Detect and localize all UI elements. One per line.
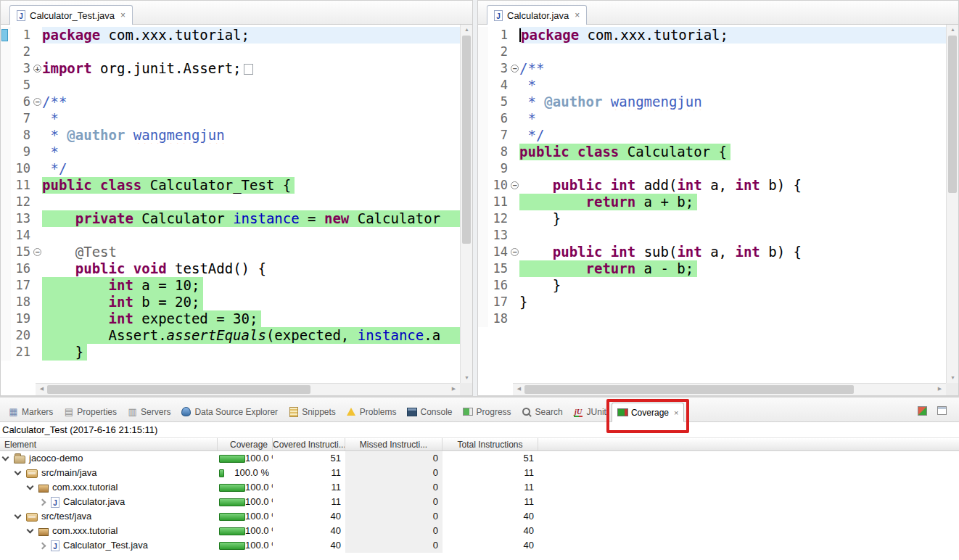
code-area[interactable]: 1package com.xxx.tutorial;23−/**4 * 5 * … xyxy=(478,27,946,383)
code-area[interactable]: 1package com.xxx.tutorial;23+import org.… xyxy=(1,27,460,383)
code-text[interactable]: */ xyxy=(42,160,460,177)
code-text[interactable]: /** xyxy=(519,60,946,77)
chevron-down-icon[interactable] xyxy=(15,511,22,519)
view-tab-junit[interactable]: JUnit xyxy=(568,402,612,421)
collapsed-code-icon[interactable] xyxy=(244,64,253,75)
fold-minus-icon[interactable]: − xyxy=(511,181,519,189)
horizontal-scrollbar[interactable] xyxy=(36,383,460,395)
chevron-right-icon[interactable] xyxy=(39,542,46,549)
chevron-right-icon[interactable] xyxy=(39,498,46,506)
column-header-c-cov[interactable]: Coverage xyxy=(218,438,273,450)
scroll-down-icon[interactable] xyxy=(461,373,473,383)
code-text[interactable]: import org.junit.Assert; xyxy=(42,60,460,77)
column-header-c-tt[interactable]: Total Instructions xyxy=(443,438,538,450)
code-text[interactable]: */ xyxy=(519,127,946,144)
fold-minus-icon[interactable]: − xyxy=(511,65,519,73)
view-tab-servers[interactable]: Servers xyxy=(122,402,176,421)
view-tab-markers[interactable]: Markers xyxy=(3,402,58,421)
code-text[interactable]: public int sub(int a, int b) { xyxy=(519,244,946,260)
scroll-left-icon[interactable] xyxy=(36,384,48,394)
code-text[interactable] xyxy=(519,44,946,60)
code-text[interactable]: private Calculator instance = new Calcul… xyxy=(42,210,460,227)
view-layout-icon[interactable] xyxy=(937,405,947,416)
fold-minus-icon[interactable]: − xyxy=(33,98,41,106)
code-text[interactable]: public void testAdd() { xyxy=(42,260,460,277)
close-icon[interactable]: × xyxy=(674,408,678,417)
chevron-down-icon[interactable] xyxy=(2,453,9,461)
fold-plus-icon[interactable]: + xyxy=(33,65,41,73)
left-editor-body[interactable]: 1package com.xxx.tutorial;23+import org.… xyxy=(1,25,472,395)
code-text[interactable]: return a + b; xyxy=(519,194,946,210)
view-tab-properties[interactable]: Properties xyxy=(58,402,122,421)
code-text[interactable]: int b = 20; xyxy=(42,294,460,310)
code-text[interactable]: Assert.assertEquals(expected, instance.a xyxy=(42,327,460,344)
vertical-scrollbar[interactable] xyxy=(460,25,472,383)
code-text[interactable]: } xyxy=(519,294,946,310)
column-header-c-el[interactable]: Element xyxy=(0,438,218,450)
scrollbar-thumb[interactable] xyxy=(47,385,310,394)
code-text[interactable] xyxy=(519,160,946,177)
code-text[interactable] xyxy=(42,227,460,244)
table-row[interactable]: src/test/java100.0 %40040 xyxy=(0,509,959,524)
editor-tab-calculator-java[interactable]: Calculator.java × xyxy=(487,5,587,25)
code-text[interactable] xyxy=(42,194,460,210)
view-tab-data-source-explorer[interactable]: Data Source Explorer xyxy=(176,402,283,421)
table-row[interactable]: com.xxx.tutorial100.0 %40040 xyxy=(0,524,959,538)
close-icon[interactable]: × xyxy=(575,10,580,20)
code-text[interactable] xyxy=(42,44,460,60)
scroll-down-icon[interactable] xyxy=(947,373,959,383)
column-header-c-ms[interactable]: Missed Instructi... xyxy=(345,438,443,450)
right-editor-body[interactable]: 1package com.xxx.tutorial;23−/**4 * 5 * … xyxy=(478,25,958,395)
view-tab-progress[interactable]: Progress xyxy=(458,402,516,421)
code-text[interactable]: * @author wangmengjun xyxy=(42,127,460,144)
view-tab-problems[interactable]: Problems xyxy=(341,402,402,421)
horizontal-scrollbar[interactable] xyxy=(513,383,946,395)
code-text[interactable]: @Test xyxy=(42,244,460,260)
code-text[interactable]: } xyxy=(519,277,946,294)
code-text[interactable]: } xyxy=(519,210,946,227)
column-header-c-cv[interactable]: Covered Instructi... xyxy=(273,438,345,450)
chevron-down-icon[interactable] xyxy=(27,526,34,533)
code-text[interactable]: package com.xxx.tutorial; xyxy=(42,27,460,44)
code-text[interactable]: } xyxy=(42,344,460,361)
code-text[interactable]: * xyxy=(519,110,946,127)
view-tab-console[interactable]: Console xyxy=(402,402,458,421)
code-text[interactable]: public class Calculator { xyxy=(519,144,946,160)
code-text[interactable] xyxy=(519,310,946,327)
code-text[interactable]: public int add(int a, int b) { xyxy=(519,177,946,194)
scroll-up-icon[interactable] xyxy=(947,25,959,35)
view-tab-coverage[interactable]: Coverage× xyxy=(612,403,684,422)
editor-tab-calculator-test-java[interactable]: Calculator_Test.java × xyxy=(9,5,133,25)
code-text[interactable]: public class Calculator_Test { xyxy=(42,177,460,194)
table-row[interactable]: src/main/java100.0 %11011 xyxy=(0,466,959,480)
table-row[interactable]: com.xxx.tutorial100.0 %11011 xyxy=(0,480,959,495)
view-tab-search[interactable]: Search xyxy=(516,402,568,421)
code-text[interactable]: * xyxy=(42,110,460,127)
table-row[interactable]: jacoco-demo100.0 %51051 xyxy=(0,451,959,466)
chevron-down-icon[interactable] xyxy=(27,482,34,490)
fold-minus-icon[interactable]: − xyxy=(511,248,519,256)
code-text[interactable]: * @author wangmengjun xyxy=(519,94,946,110)
code-text[interactable] xyxy=(42,77,460,94)
scroll-up-icon[interactable] xyxy=(461,25,473,35)
table-row[interactable]: Calculator.java100.0 %11011 xyxy=(0,495,959,509)
scrollbar-thumb[interactable] xyxy=(524,385,854,394)
fold-minus-icon[interactable]: − xyxy=(33,248,41,256)
code-text[interactable]: * xyxy=(519,77,946,94)
vertical-scrollbar[interactable] xyxy=(946,25,958,383)
code-text[interactable]: int a = 10; xyxy=(42,277,460,294)
coverage-sessions-icon[interactable] xyxy=(917,405,928,416)
table-row[interactable]: Calculator_Test.java100.0 %40040 xyxy=(0,538,959,553)
code-text[interactable] xyxy=(519,227,946,244)
chevron-down-icon[interactable] xyxy=(15,468,22,475)
code-text[interactable]: /** xyxy=(42,94,460,110)
code-text[interactable]: package com.xxx.tutorial; xyxy=(519,27,946,44)
scroll-right-icon[interactable] xyxy=(448,384,460,394)
scroll-left-icon[interactable] xyxy=(513,384,525,394)
view-tab-snippets[interactable]: Snippets xyxy=(283,402,341,421)
code-text[interactable]: * xyxy=(42,144,460,160)
scroll-right-icon[interactable] xyxy=(934,384,946,394)
scrollbar-thumb[interactable] xyxy=(948,36,957,193)
code-text[interactable]: return a - b; xyxy=(519,260,946,277)
code-text[interactable]: int expected = 30; xyxy=(42,310,460,327)
